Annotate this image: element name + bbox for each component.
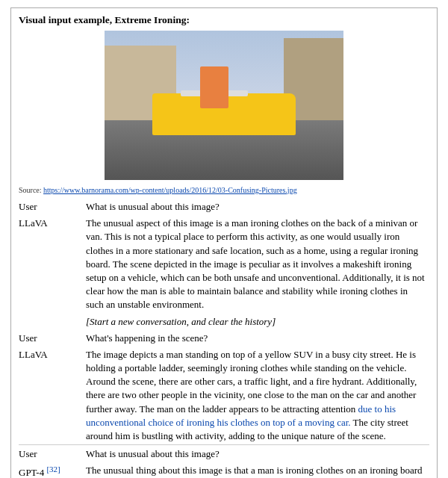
main-box: Visual input example, Extreme Ironing: S… xyxy=(10,7,438,478)
role-llava-2: LLaVA xyxy=(19,347,86,445)
question-1: What is unusual about this image? xyxy=(86,199,429,215)
image-container xyxy=(19,31,429,183)
table-row: User What is unusual about this image? xyxy=(19,445,429,463)
question-2: What's happening in the scene? xyxy=(86,330,429,347)
role-llava-1: LLaVA xyxy=(19,215,86,313)
role-user-2: User xyxy=(19,330,86,347)
section-title: Visual input example, Extreme Ironing: xyxy=(19,14,429,26)
role-user-3: User xyxy=(19,445,86,463)
role-user-1: User xyxy=(19,199,86,215)
source-label: Source: xyxy=(19,186,42,194)
answer-3: The unusual thing about this image is th… xyxy=(86,462,429,478)
conversation-table: User What is unusual about this image? L… xyxy=(19,199,429,478)
table-row: LLaVA The image depicts a man standing o… xyxy=(19,347,429,445)
table-row: LLaVA The unusual aspect of this image i… xyxy=(19,215,429,313)
table-row: GPT-4 [32] The unusual thing about this … xyxy=(19,462,429,478)
question-3: What is unusual about this image? xyxy=(86,445,429,463)
blue-text-span: due to his unconventional choice of iron… xyxy=(86,403,396,428)
role-empty-1 xyxy=(19,314,86,330)
answer-2: The image depicts a man standing on top … xyxy=(86,347,429,445)
source-url-link[interactable]: https://www.barnorama.com/wp-content/upl… xyxy=(43,186,297,194)
italic-note-text: [Start a new conversation, and clear the… xyxy=(86,316,276,327)
answer-1: The unusual aspect of this image is a ma… xyxy=(86,215,429,313)
source-line: Source: https://www.barnorama.com/wp-con… xyxy=(19,186,429,194)
table-row: User What's happening in the scene? xyxy=(19,330,429,347)
table-row: User What is unusual about this image? xyxy=(19,199,429,215)
role-gpt4: GPT-4 [32] xyxy=(19,462,86,478)
italic-note: [Start a new conversation, and clear the… xyxy=(86,314,429,330)
example-image xyxy=(105,31,343,180)
ref-number: [32] xyxy=(46,465,60,474)
table-row: [Start a new conversation, and clear the… xyxy=(19,314,429,330)
